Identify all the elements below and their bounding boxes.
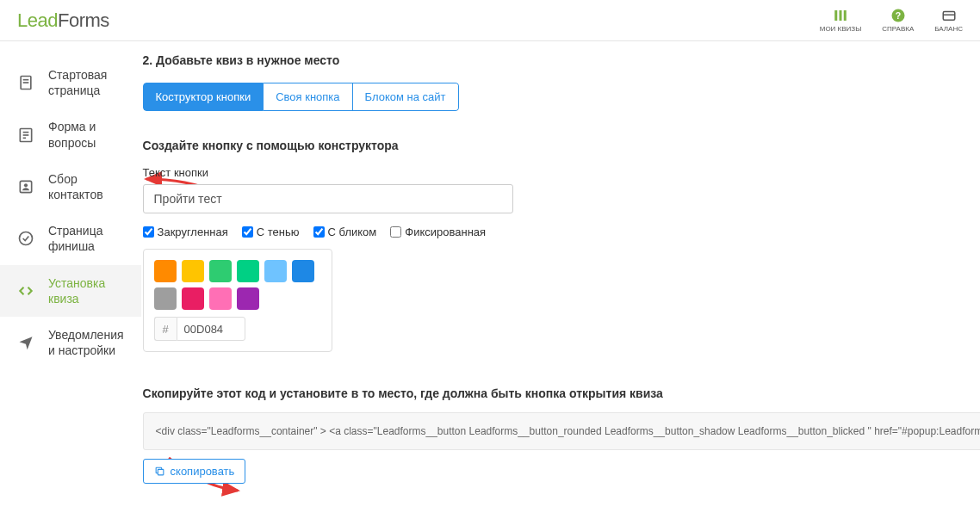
copy-code-title: Скопируйте этот код и установите в то ме… bbox=[143, 386, 980, 400]
tab-constructor[interactable]: Коструктор кнопки bbox=[143, 83, 264, 111]
color-swatch[interactable] bbox=[154, 287, 177, 310]
checkbox-label: Фиксированная bbox=[405, 226, 486, 238]
sidebar-item-label: Стартовая страница bbox=[48, 67, 124, 98]
svg-point-15 bbox=[24, 183, 28, 187]
svg-text:?: ? bbox=[896, 10, 901, 21]
form-icon bbox=[17, 127, 34, 144]
columns-icon bbox=[832, 8, 849, 23]
sidebar-item-label: Страница финиша bbox=[48, 223, 124, 254]
sidebar-item-form-questions[interactable]: Форма и вопросы bbox=[0, 108, 141, 160]
checkbox-shadow-input[interactable] bbox=[242, 226, 253, 238]
sidebar-item-install[interactable]: Установка квиза bbox=[0, 265, 141, 317]
balance-label: БАЛАНС bbox=[934, 25, 963, 33]
checkbox-label: С бликом bbox=[328, 226, 377, 238]
sidebar: Стартовая страница Форма и вопросы Сбор … bbox=[0, 41, 141, 519]
page-icon bbox=[17, 74, 34, 91]
sidebar-item-label: Уведомления и настройки bbox=[48, 327, 124, 358]
step-title: 2. Добавьте квиз в нужное место bbox=[143, 53, 980, 67]
sidebar-item-finish[interactable]: Страница финиша bbox=[0, 213, 141, 264]
checkbox-shadow[interactable]: С тенью bbox=[242, 226, 300, 238]
checkbox-row: Закругленная С тенью С бликом Фиксирован… bbox=[143, 226, 980, 238]
hex-row: # bbox=[154, 317, 321, 341]
balance-action[interactable]: БАЛАНС bbox=[934, 8, 963, 33]
app-header: LeadForms МОИ КВИЗЫ ? СПРАВКА БАЛАНС bbox=[0, 0, 980, 41]
main-content: 2. Добавьте квиз в нужное место Кострукт… bbox=[141, 41, 980, 519]
sidebar-item-label: Сбор контактов bbox=[48, 171, 124, 202]
code-box[interactable]: <div class="Leadforms__container" > <a c… bbox=[143, 412, 980, 450]
checkbox-label: С тенью bbox=[257, 226, 300, 238]
hex-input[interactable] bbox=[177, 317, 245, 341]
svg-point-16 bbox=[20, 232, 33, 245]
sidebar-item-notifications[interactable]: Уведомления и настройки bbox=[0, 317, 141, 368]
color-swatch[interactable] bbox=[209, 260, 232, 282]
copy-button-label: скопировать bbox=[171, 465, 235, 478]
sidebar-item-label: Форма и вопросы bbox=[48, 119, 124, 150]
button-text-label: Текст кнопки bbox=[143, 166, 980, 179]
hex-prefix: # bbox=[154, 317, 177, 341]
checkbox-fixed-input[interactable] bbox=[390, 226, 401, 238]
logo-part1: Lead bbox=[17, 9, 58, 31]
sidebar-item-start-page[interactable]: Стартовая страница bbox=[0, 57, 141, 108]
checkbox-rounded[interactable]: Закругленная bbox=[143, 226, 228, 238]
checkbox-fixed[interactable]: Фиксированная bbox=[390, 226, 486, 238]
help-label: СПРАВКА bbox=[882, 25, 914, 33]
check-circle-icon bbox=[17, 230, 34, 247]
svg-rect-0 bbox=[834, 10, 837, 21]
color-swatch[interactable] bbox=[237, 287, 259, 310]
tab-group: Коструктор кнопки Своя кнопка Блоком на … bbox=[143, 83, 459, 111]
color-swatch[interactable] bbox=[182, 260, 204, 282]
card-icon bbox=[940, 8, 958, 23]
svg-rect-17 bbox=[158, 469, 164, 475]
help-icon: ? bbox=[890, 8, 907, 23]
color-swatch[interactable] bbox=[182, 287, 204, 310]
checkbox-label: Закругленная bbox=[158, 226, 228, 238]
sidebar-item-label: Установка квиза bbox=[48, 275, 124, 306]
color-swatch[interactable] bbox=[209, 287, 232, 310]
help-action[interactable]: ? СПРАВКА bbox=[882, 8, 914, 33]
button-text-input[interactable] bbox=[143, 184, 513, 213]
color-swatch[interactable] bbox=[154, 260, 177, 282]
checkbox-rounded-input[interactable] bbox=[143, 226, 154, 238]
color-swatch[interactable] bbox=[292, 260, 314, 282]
contacts-icon bbox=[17, 178, 34, 195]
svg-rect-1 bbox=[840, 10, 842, 21]
constructor-title: Создайте кнопку с помощью конструктора bbox=[143, 139, 980, 152]
color-swatch[interactable] bbox=[237, 260, 259, 282]
swatch-grid bbox=[154, 260, 321, 310]
logo-part2: Forms bbox=[58, 9, 109, 31]
logo[interactable]: LeadForms bbox=[17, 9, 109, 32]
checkbox-shine-input[interactable] bbox=[313, 226, 325, 238]
checkbox-shine[interactable]: С бликом bbox=[313, 226, 377, 238]
svg-rect-5 bbox=[943, 12, 955, 21]
copy-icon bbox=[154, 466, 165, 477]
send-icon bbox=[17, 334, 34, 351]
header-actions: МОИ КВИЗЫ ? СПРАВКА БАЛАНС bbox=[820, 8, 963, 33]
svg-rect-2 bbox=[844, 10, 847, 21]
my-quizzes-action[interactable]: МОИ КВИЗЫ bbox=[820, 8, 862, 33]
my-quizzes-label: МОИ КВИЗЫ bbox=[820, 25, 862, 33]
copy-button[interactable]: скопировать bbox=[143, 459, 246, 484]
color-panel: # bbox=[143, 249, 332, 352]
tab-block[interactable]: Блоком на сайт bbox=[353, 83, 459, 111]
code-icon bbox=[17, 282, 34, 300]
tab-own-button[interactable]: Своя кнопка bbox=[264, 83, 352, 111]
color-swatch[interactable] bbox=[264, 260, 287, 282]
sidebar-item-contacts[interactable]: Сбор контактов bbox=[0, 161, 141, 213]
